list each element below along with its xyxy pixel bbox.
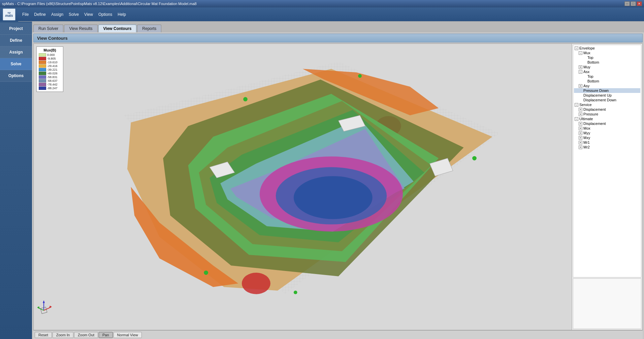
tree-item-asy[interactable]: +Asy — [574, 83, 640, 88]
tree-label-mr2: Mr2 — [583, 145, 590, 149]
title-bar: spMats - C:\Program Files (x86)\Structur… — [0, 0, 644, 7]
legend-value-5: -49.026 — [47, 72, 58, 75]
menu-assign[interactable]: Assign — [49, 11, 66, 18]
menu-options[interactable]: Options — [96, 11, 115, 18]
tree-expand-mux[interactable]: - — [579, 51, 582, 55]
tree-item-service-displacement[interactable]: +Displacement — [574, 107, 640, 112]
tree-expand-service-displacement[interactable]: + — [579, 108, 582, 111]
menu-solve[interactable]: Solve — [66, 11, 82, 18]
tree-item-service-pressure[interactable]: +Pressure — [574, 112, 640, 116]
edge-dot-3 — [472, 156, 477, 161]
tree-item-mr1[interactable]: +Mr1 — [574, 140, 640, 145]
legend-items: 0.000-9.805-19.610-29.416-39.221-49.026-… — [39, 53, 61, 90]
legend-value-3: -29.416 — [47, 64, 58, 68]
contour-red-bl — [242, 273, 270, 294]
legend-title: Mux(B) — [39, 48, 61, 52]
contour-visualization — [34, 44, 572, 330]
legend-value-8: -78.442 — [47, 83, 58, 86]
legend-color-6 — [39, 75, 46, 79]
tree-label-mux: Mux — [583, 51, 590, 55]
legend-item-3: -29.416 — [39, 64, 61, 68]
pan-button[interactable]: Pan — [99, 332, 113, 338]
tree-expand-asx[interactable]: - — [579, 70, 582, 74]
legend-item-1: -9.805 — [39, 57, 61, 60]
tree-item-myy[interactable]: +Myy — [574, 131, 640, 135]
tree-expand-ultimate[interactable]: - — [575, 117, 578, 121]
tree-item-envelope[interactable]: -Envelope — [574, 46, 640, 50]
tree-expand-envelope[interactable]: - — [575, 46, 578, 50]
tree-expand-mxy[interactable]: + — [579, 136, 582, 140]
preview-panel — [573, 278, 641, 329]
maximize-button[interactable]: □ — [631, 1, 636, 6]
tree-expand-asy[interactable]: + — [579, 84, 582, 88]
reset-button[interactable]: Reset — [35, 332, 52, 338]
tree-expand-service[interactable]: - — [575, 103, 578, 107]
edge-dot-1 — [243, 97, 248, 101]
tree-item-service[interactable]: -Service — [574, 102, 640, 107]
tab-view-contours[interactable]: View Contours — [98, 25, 137, 32]
tree-item-asx[interactable]: -Asx — [574, 69, 640, 74]
tree-label-ultimate-displacement: Displacement — [583, 122, 606, 126]
svg-marker-1 — [43, 300, 45, 303]
tree-item-mux-top[interactable]: Top — [574, 55, 640, 60]
tree-item-pressure-down[interactable]: Pressure Down — [574, 88, 640, 93]
tree-expand-mr2[interactable]: + — [579, 145, 582, 149]
tree-item-mr2[interactable]: +Mr2 — [574, 145, 640, 149]
legend-color-0 — [39, 53, 46, 57]
sidebar-item-solve[interactable]: Solve — [0, 58, 32, 70]
canvas-area[interactable]: Mux(B) 0.000-9.805-19.610-29.416-39.221-… — [34, 44, 572, 330]
tree-item-mux[interactable]: -Mux — [574, 50, 640, 55]
tree-item-mxy[interactable]: +Mxy — [574, 135, 640, 140]
menu-file[interactable]: File — [20, 11, 31, 18]
tree-label-asx-top: Top — [587, 74, 593, 78]
menu-help[interactable]: Help — [115, 11, 129, 18]
edge-dot-5 — [204, 271, 208, 275]
legend-color-8 — [39, 83, 46, 86]
tree-expand-ultimate-displacement[interactable]: + — [579, 122, 582, 126]
tree-item-displacement-down[interactable]: Displacement Down — [574, 98, 640, 102]
zoom-in-button[interactable]: Zoom In — [53, 332, 73, 338]
tree-item-mox[interactable]: +Mox — [574, 126, 640, 131]
legend-item-6: -58.831 — [39, 75, 61, 79]
tree-label-myy: Myy — [583, 131, 590, 135]
sidebar-item-project[interactable]: Project — [0, 23, 32, 35]
tree-item-asx-bottom[interactable]: Bottom — [574, 79, 640, 83]
tree-label-displacement-down: Displacement Down — [583, 98, 616, 102]
tab-reports[interactable]: Reports — [137, 25, 161, 32]
close-button[interactable]: ✕ — [637, 1, 642, 6]
tree-label-pressure-down: Pressure Down — [583, 89, 609, 93]
zoom-out-button[interactable]: Zoom Out — [74, 332, 98, 338]
legend-value-9: -88.247 — [47, 87, 58, 90]
tree-label-mxy: Mxy — [583, 136, 590, 140]
tab-run-solver[interactable]: Run Solver — [33, 25, 63, 32]
tree-item-displacement-up[interactable]: Displacement Up — [574, 93, 640, 98]
tree-label-muy: Muy — [583, 65, 590, 69]
tree-expand-myy[interactable]: + — [579, 131, 582, 135]
legend-item-2: -19.610 — [39, 61, 61, 64]
menu-view[interactable]: View — [82, 11, 96, 18]
tree-item-ultimate[interactable]: -Ultimate — [574, 116, 640, 121]
sidebar-item-options[interactable]: Options — [0, 70, 32, 82]
view-contours-header: View Contours — [33, 34, 643, 42]
legend-item-7: -68.637 — [39, 79, 61, 82]
tree-item-asx-top[interactable]: Top — [574, 74, 640, 79]
sidebar-item-define[interactable]: Define — [0, 35, 32, 46]
tree-expand-mox[interactable]: + — [579, 127, 582, 130]
tree-expand-muy[interactable]: + — [579, 65, 582, 69]
tree-item-ultimate-displacement[interactable]: +Displacement — [574, 121, 640, 126]
minimize-button[interactable]: ─ — [624, 1, 630, 6]
contour-center — [294, 176, 373, 219]
tree-expand-mr1[interactable]: + — [579, 141, 582, 144]
tree-item-mux-bottom[interactable]: Bottom — [574, 60, 640, 65]
tab-view-results[interactable]: View Results — [64, 25, 97, 32]
legend-color-1 — [39, 57, 46, 60]
menu-define[interactable]: Define — [31, 11, 49, 18]
tabs-bar: Run Solver View Results View Contours Re… — [32, 22, 644, 32]
right-panel: -Envelope-MuxTopBottom+Muy-AsxTopBottom+… — [572, 44, 642, 330]
sidebar-item-assign[interactable]: Assign — [0, 46, 32, 58]
tree-expand-service-pressure[interactable]: + — [579, 112, 582, 116]
tree-panel[interactable]: -Envelope-MuxTopBottom+Muy-AsxTopBottom+… — [573, 45, 641, 277]
tree-item-muy[interactable]: +Muy — [574, 65, 640, 69]
tree-label-service: Service — [579, 103, 592, 107]
normal-view-button[interactable]: Normal View — [114, 332, 142, 338]
